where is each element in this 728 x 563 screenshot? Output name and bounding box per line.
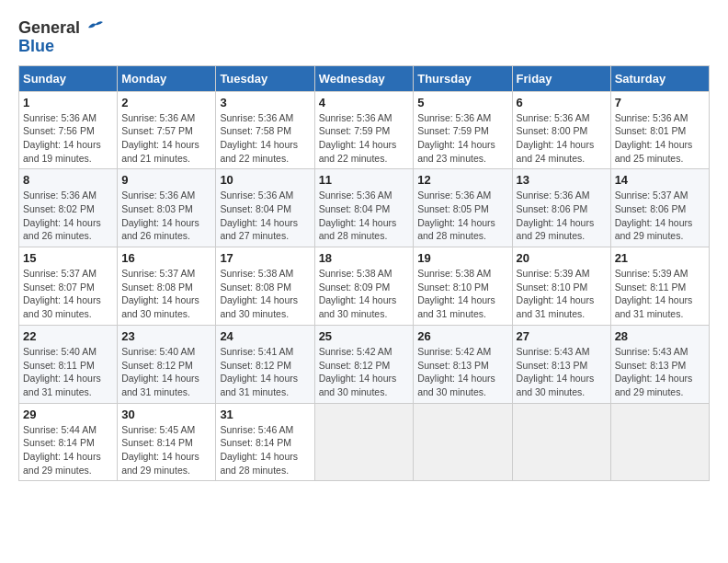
calendar-cell: 10Sunrise: 5:36 AM Sunset: 8:04 PM Dayli…: [216, 169, 314, 247]
day-number: 3: [220, 96, 310, 109]
day-info: Sunrise: 5:38 AM Sunset: 8:09 PM Dayligh…: [319, 267, 410, 321]
header: General Blue: [18, 18, 710, 56]
day-info: Sunrise: 5:36 AM Sunset: 7:56 PM Dayligh…: [23, 111, 113, 166]
calendar-cell: 29Sunrise: 5:44 AM Sunset: 8:14 PM Dayli…: [19, 403, 118, 481]
day-info: Sunrise: 5:36 AM Sunset: 7:59 PM Dayligh…: [319, 111, 410, 166]
calendar-cell: 4Sunrise: 5:36 AM Sunset: 7:59 PM Daylig…: [314, 91, 414, 169]
calendar-header-wednesday: Wednesday: [314, 65, 414, 91]
day-number: 24: [220, 329, 310, 343]
day-number: 16: [121, 251, 211, 265]
calendar-cell: 14Sunrise: 5:37 AM Sunset: 8:06 PM Dayli…: [610, 169, 709, 247]
day-number: 21: [615, 251, 705, 265]
day-info: Sunrise: 5:36 AM Sunset: 8:03 PM Dayligh…: [121, 189, 211, 243]
calendar-week-3: 15Sunrise: 5:37 AM Sunset: 8:07 PM Dayli…: [19, 247, 710, 326]
day-info: Sunrise: 5:42 AM Sunset: 8:12 PM Dayligh…: [319, 345, 410, 399]
day-number: 4: [319, 96, 410, 109]
day-info: Sunrise: 5:39 AM Sunset: 8:10 PM Dayligh…: [517, 267, 607, 321]
calendar-header-thursday: Thursday: [414, 65, 512, 91]
day-number: 31: [220, 408, 310, 421]
calendar-week-1: 1Sunrise: 5:36 AM Sunset: 7:56 PM Daylig…: [19, 91, 710, 169]
day-number: 17: [220, 251, 310, 265]
calendar-cell: 18Sunrise: 5:38 AM Sunset: 8:09 PM Dayli…: [314, 247, 414, 326]
day-number: 5: [417, 96, 507, 109]
day-number: 13: [517, 173, 607, 187]
calendar-cell: 15Sunrise: 5:37 AM Sunset: 8:07 PM Dayli…: [19, 247, 118, 326]
calendar-header-sunday: Sunday: [19, 65, 118, 91]
calendar-week-5: 29Sunrise: 5:44 AM Sunset: 8:14 PM Dayli…: [19, 403, 710, 481]
calendar-cell: 1Sunrise: 5:36 AM Sunset: 7:56 PM Daylig…: [19, 91, 118, 169]
calendar-cell: 22Sunrise: 5:40 AM Sunset: 8:11 PM Dayli…: [19, 325, 118, 403]
logo: General Blue: [18, 18, 105, 56]
calendar-cell: [314, 403, 414, 481]
calendar-header-saturday: Saturday: [610, 65, 709, 91]
day-info: Sunrise: 5:38 AM Sunset: 8:10 PM Dayligh…: [417, 267, 507, 321]
day-info: Sunrise: 5:39 AM Sunset: 8:11 PM Dayligh…: [615, 267, 705, 321]
calendar-cell: 16Sunrise: 5:37 AM Sunset: 8:08 PM Dayli…: [118, 247, 216, 326]
calendar-cell: [414, 403, 512, 481]
calendar-header-row: SundayMondayTuesdayWednesdayThursdayFrid…: [19, 65, 710, 91]
day-number: 1: [23, 96, 113, 109]
day-number: 10: [220, 173, 310, 187]
day-number: 8: [23, 173, 113, 187]
day-info: Sunrise: 5:36 AM Sunset: 7:57 PM Dayligh…: [121, 111, 211, 166]
day-number: 20: [517, 251, 607, 265]
calendar-header-monday: Monday: [118, 65, 216, 91]
day-number: 23: [121, 329, 211, 343]
day-info: Sunrise: 5:36 AM Sunset: 8:04 PM Dayligh…: [220, 189, 310, 243]
day-info: Sunrise: 5:40 AM Sunset: 8:12 PM Dayligh…: [121, 345, 211, 399]
day-info: Sunrise: 5:46 AM Sunset: 8:14 PM Dayligh…: [220, 423, 310, 477]
day-number: 29: [23, 408, 113, 421]
logo-bird-icon: [86, 18, 105, 33]
day-number: 25: [319, 329, 410, 343]
calendar-cell: 2Sunrise: 5:36 AM Sunset: 7:57 PM Daylig…: [118, 91, 216, 169]
calendar-cell: 7Sunrise: 5:36 AM Sunset: 8:01 PM Daylig…: [610, 91, 709, 169]
day-info: Sunrise: 5:36 AM Sunset: 8:05 PM Dayligh…: [417, 189, 507, 243]
calendar-table: SundayMondayTuesdayWednesdayThursdayFrid…: [18, 65, 710, 482]
calendar-week-4: 22Sunrise: 5:40 AM Sunset: 8:11 PM Dayli…: [19, 325, 710, 403]
day-number: 7: [615, 96, 705, 109]
calendar-cell: [610, 403, 709, 481]
day-number: 22: [23, 329, 113, 343]
day-number: 28: [615, 329, 705, 343]
calendar-cell: 5Sunrise: 5:36 AM Sunset: 7:59 PM Daylig…: [414, 91, 512, 169]
calendar-cell: 30Sunrise: 5:45 AM Sunset: 8:14 PM Dayli…: [118, 403, 216, 481]
day-info: Sunrise: 5:43 AM Sunset: 8:13 PM Dayligh…: [517, 345, 607, 399]
day-info: Sunrise: 5:36 AM Sunset: 7:58 PM Dayligh…: [220, 111, 310, 166]
day-number: 30: [121, 408, 211, 421]
day-info: Sunrise: 5:36 AM Sunset: 8:06 PM Dayligh…: [517, 189, 607, 243]
calendar-cell: 23Sunrise: 5:40 AM Sunset: 8:12 PM Dayli…: [118, 325, 216, 403]
day-number: 26: [417, 329, 507, 343]
day-info: Sunrise: 5:37 AM Sunset: 8:06 PM Dayligh…: [615, 189, 705, 243]
day-number: 15: [23, 251, 113, 265]
calendar-cell: 27Sunrise: 5:43 AM Sunset: 8:13 PM Dayli…: [512, 325, 610, 403]
calendar-cell: 3Sunrise: 5:36 AM Sunset: 7:58 PM Daylig…: [216, 91, 314, 169]
day-info: Sunrise: 5:36 AM Sunset: 8:04 PM Dayligh…: [319, 189, 410, 243]
day-info: Sunrise: 5:44 AM Sunset: 8:14 PM Dayligh…: [23, 423, 113, 477]
day-info: Sunrise: 5:36 AM Sunset: 8:00 PM Dayligh…: [517, 111, 607, 166]
day-info: Sunrise: 5:41 AM Sunset: 8:12 PM Dayligh…: [220, 345, 310, 399]
day-info: Sunrise: 5:36 AM Sunset: 8:01 PM Dayligh…: [615, 111, 705, 166]
day-info: Sunrise: 5:37 AM Sunset: 8:07 PM Dayligh…: [23, 267, 113, 321]
calendar-cell: 21Sunrise: 5:39 AM Sunset: 8:11 PM Dayli…: [610, 247, 709, 326]
calendar-cell: [512, 403, 610, 481]
day-number: 9: [121, 173, 211, 187]
day-number: 18: [319, 251, 410, 265]
calendar-cell: 13Sunrise: 5:36 AM Sunset: 8:06 PM Dayli…: [512, 169, 610, 247]
calendar-week-2: 8Sunrise: 5:36 AM Sunset: 8:02 PM Daylig…: [19, 169, 710, 247]
calendar-cell: 9Sunrise: 5:36 AM Sunset: 8:03 PM Daylig…: [118, 169, 216, 247]
calendar-cell: 6Sunrise: 5:36 AM Sunset: 8:00 PM Daylig…: [512, 91, 610, 169]
day-number: 14: [615, 173, 705, 187]
calendar-cell: 25Sunrise: 5:42 AM Sunset: 8:12 PM Dayli…: [314, 325, 414, 403]
calendar-cell: 24Sunrise: 5:41 AM Sunset: 8:12 PM Dayli…: [216, 325, 314, 403]
day-number: 12: [417, 173, 507, 187]
day-number: 11: [319, 173, 410, 187]
calendar-header-friday: Friday: [512, 65, 610, 91]
day-info: Sunrise: 5:36 AM Sunset: 8:02 PM Dayligh…: [23, 189, 113, 243]
day-info: Sunrise: 5:45 AM Sunset: 8:14 PM Dayligh…: [121, 423, 211, 477]
calendar-cell: 26Sunrise: 5:42 AM Sunset: 8:13 PM Dayli…: [414, 325, 512, 403]
day-number: 2: [121, 96, 211, 109]
calendar-cell: 31Sunrise: 5:46 AM Sunset: 8:14 PM Dayli…: [216, 403, 314, 481]
day-info: Sunrise: 5:42 AM Sunset: 8:13 PM Dayligh…: [417, 345, 507, 399]
calendar-cell: 17Sunrise: 5:38 AM Sunset: 8:08 PM Dayli…: [216, 247, 314, 326]
logo-blue: Blue: [18, 38, 105, 56]
